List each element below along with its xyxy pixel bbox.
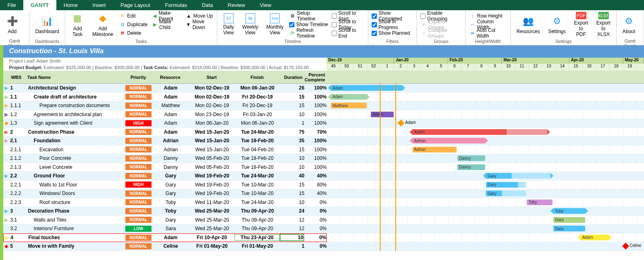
duration-cell: 40	[280, 173, 305, 179]
gantt-bar[interactable]: Danny	[457, 155, 485, 161]
gantt-bar[interactable]: Adrian	[412, 138, 485, 143]
task-row[interactable]: ▶3.1Walls and TilesNORMALGaryWed 25-Mar-…	[3, 216, 327, 225]
weekly-view-button[interactable]: WWeekly View	[239, 11, 261, 38]
delete-button[interactable]: ✖Delete	[118, 29, 149, 37]
duration-cell: 15	[280, 94, 305, 100]
task-row[interactable]: ▶1Architectural DesignNORMALAdamMon 02-D…	[3, 84, 327, 93]
milestone-icon: ◆	[96, 12, 109, 25]
percent-cell: 70%	[304, 129, 327, 135]
gantt-bar[interactable]: Matthew	[331, 103, 367, 108]
milestone-marker[interactable]	[622, 243, 629, 250]
auto-col-button[interactable]: ⇹Auto Col Width	[468, 29, 508, 37]
start-cell: Wed 25-Mar-20	[189, 208, 235, 214]
show-inprogress-checkbox[interactable]: Show In Progress	[371, 20, 414, 29]
gantt-bar[interactable]: Sara	[553, 226, 585, 231]
task-row[interactable]: 2.1.2Pour ConcreteNORMALDannyWed 05-Feb-…	[3, 154, 327, 163]
make-child-button[interactable]: ▶Make Child	[151, 20, 183, 29]
bar-label: Gary	[488, 191, 497, 196]
task-row[interactable]: ▶1.1Create draft of architectureNORMALAd…	[3, 93, 327, 102]
task-name-cell: Interiors/ Furniture	[26, 226, 125, 231]
percent-cell: 100%	[304, 138, 327, 143]
gantt-bar[interactable]: Adam	[371, 112, 394, 117]
add-gantt-button[interactable]: ➕Add	[2, 11, 22, 38]
task-row[interactable]: ◆5Move in with FamilyNORMALCelineFri 01-…	[3, 242, 327, 251]
tab-file[interactable]: File	[0, 0, 23, 10]
task-row[interactable]: ▶1.1.1Prepare construction documentsNORM…	[3, 101, 327, 110]
task-row[interactable]: 2.2.1Walls to 1st FloorHIGHGaryWed 19-Fe…	[3, 181, 327, 190]
task-row[interactable]: 2.1.3Level ConcreteNORMALDannyWed 05-Feb…	[3, 163, 327, 172]
scroll-end-checkbox[interactable]: Scroll to End	[331, 29, 365, 37]
gantt-bar[interactable]: Danny	[457, 164, 485, 170]
resource-cell: Adrian	[152, 138, 189, 143]
task-row[interactable]: ▶2.2Ground FloorNORMALGaryWed 19-Feb-20T…	[3, 172, 327, 181]
start-cell: Wed 19-Feb-20	[189, 182, 235, 188]
gantt-row: Toby	[327, 198, 644, 207]
tab-page layout[interactable]: Page Layout	[113, 0, 158, 10]
gantt-bar[interactable]: Gary	[486, 173, 550, 179]
gantt-bar[interactable]: Gary	[486, 191, 526, 196]
percent-cell: 100%	[304, 155, 327, 161]
calendar-month-icon: JAN	[270, 13, 280, 23]
monthly-view-button[interactable]: JANMonthly View	[263, 11, 287, 38]
resource-cell: Adam	[152, 85, 189, 91]
resource-cell: Celine	[152, 243, 189, 249]
edit-button[interactable]: ✎Edit	[118, 12, 149, 20]
tab-view[interactable]: View	[252, 0, 279, 10]
gantt-bar[interactable]: Toby	[527, 199, 553, 205]
gantt-row: Gary	[327, 172, 644, 181]
add-task-button[interactable]: ▦Add Task	[68, 11, 87, 38]
task-row[interactable]: 3.2Interiors/ FurnitureLOWSaraWed 25-Mar…	[3, 224, 327, 233]
export-pdf-button[interactable]: PDFExport to PDF	[571, 11, 592, 38]
tab-review[interactable]: Review	[221, 0, 253, 10]
bar-label: Toby	[528, 200, 537, 204]
task-row[interactable]: ▶3Decoration PhaseNORMALTobyWed 25-Mar-2…	[3, 207, 327, 216]
gantt-bar[interactable]: Gary	[553, 217, 585, 223]
task-row[interactable]: ▶1.2Agreement to architectural planNORMA…	[3, 110, 327, 119]
gantt-bar[interactable]: Gary	[486, 182, 526, 188]
gantt-bar[interactable]: Adam	[331, 94, 367, 100]
refresh-timeline-button[interactable]: ⟳Refresh Timeline	[288, 29, 329, 37]
task-row[interactable]: ▶4Final touchesNORMALAdamFri 10-Apr-20Th…	[3, 233, 327, 242]
start-cell: Wed 05-Feb-20	[189, 155, 235, 161]
dashboard-button[interactable]: 📊Dashboard	[32, 11, 62, 38]
duplicate-button[interactable]: ⧉Duplicate	[118, 20, 149, 29]
gantt-bar[interactable]: Adrian	[412, 147, 457, 152]
move-down-button[interactable]: ▼Move Down	[184, 20, 214, 29]
bar-label: Gary	[488, 174, 497, 178]
gantt-bar[interactable]: Toby	[553, 208, 585, 214]
milestone-marker[interactable]	[398, 120, 405, 127]
tab-formulas[interactable]: Formulas	[158, 0, 194, 10]
collapse-groups-button[interactable]: −Collapse Groups	[419, 29, 463, 37]
task-row[interactable]: ▶2.1FoundationNORMALAdrianWed 15-Jan-20T…	[3, 137, 327, 146]
tab-gantt[interactable]: GANTT	[23, 0, 56, 10]
task-name-cell: Move in with Family	[26, 243, 125, 249]
percent-cell: 40%	[304, 191, 327, 196]
resources-button[interactable]: 👥Resources	[513, 11, 543, 38]
setup-timeline-button[interactable]: ⚙Setup Timeline	[288, 12, 329, 20]
wbs-cell: 2.2.2	[9, 191, 26, 196]
tab-home[interactable]: Home	[56, 0, 85, 10]
task-name-cell: Excavation	[26, 147, 125, 152]
show-planned-checkbox[interactable]: Show Planned	[371, 29, 414, 37]
add-milestone-button[interactable]: ◆Add Milestone	[89, 11, 116, 38]
project-title: Construction - St. Louis Villa	[3, 45, 644, 58]
daily-view-button[interactable]: 27Daily View	[220, 11, 237, 38]
task-name-cell: Windows/ Doors	[26, 191, 125, 196]
settings-button[interactable]: ⚙Settings	[545, 11, 569, 38]
task-row[interactable]: 2.2.3Roof structureNORMALTobyWed 11-Mar-…	[3, 198, 327, 207]
tab-data[interactable]: Data	[194, 0, 220, 10]
tab-insert[interactable]: Insert	[85, 0, 113, 10]
about-button[interactable]: ⚙About	[619, 11, 639, 38]
gantt-bar[interactable]: Adam	[331, 85, 402, 91]
task-row[interactable]: ◆1.3Sign agreement with ClientHIGHAdamMo…	[3, 119, 327, 128]
start-cell: Wed 05-Feb-20	[189, 164, 235, 170]
priority-cell: NORMAL	[125, 173, 152, 179]
gantt-bar[interactable]: Adam	[581, 235, 608, 240]
task-row[interactable]: 2.1.1ExcavationNORMALAdrianWed 15-Jan-20…	[3, 146, 327, 155]
export-xlsx-button[interactable]: XLSXExport to XLSX	[593, 11, 614, 38]
task-row[interactable]: 2.2.2Windows/ DoorsNORMALGaryWed 19-Feb-…	[3, 189, 327, 198]
resource-cell: Danny	[152, 155, 189, 161]
resource-cell: Matthew	[152, 103, 189, 108]
task-row[interactable]: ▶2Construction PhaseNORMALAdamWed 15-Jan…	[3, 128, 327, 137]
gantt-bar[interactable]: Adam	[412, 129, 547, 135]
